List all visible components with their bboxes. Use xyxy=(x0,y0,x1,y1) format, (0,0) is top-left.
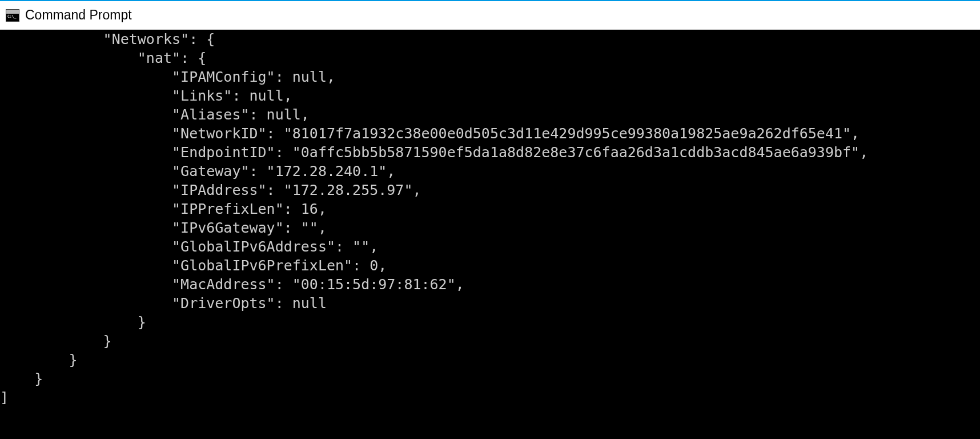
terminal-line: "IPAMConfig": null, xyxy=(0,69,335,85)
terminal-line: "Links": null, xyxy=(0,87,292,104)
terminal-output[interactable]: "Networks": { "nat": { "IPAMConfig": nul… xyxy=(0,30,980,439)
window-title: Command Prompt xyxy=(25,7,132,23)
terminal-line: "DriverOpts": null xyxy=(0,295,327,312)
terminal-line: "Networks": { xyxy=(0,31,215,47)
terminal-line: } xyxy=(0,352,77,368)
terminal-line: "GlobalIPv6Address": "", xyxy=(0,238,378,255)
terminal-line: "EndpointID": "0affc5bb5b5871590ef5da1a8… xyxy=(0,144,868,161)
window-titlebar[interactable]: Command Prompt xyxy=(0,1,980,30)
terminal-line: } xyxy=(0,314,146,330)
terminal-line: } xyxy=(0,370,43,387)
terminal-line: "GlobalIPv6PrefixLen": 0, xyxy=(0,257,387,274)
terminal-line: } xyxy=(0,333,112,349)
terminal-line: "IPPrefixLen": 16, xyxy=(0,201,327,217)
terminal-line: "IPAddress": "172.28.255.97", xyxy=(0,182,421,198)
terminal-line: "Aliases": null, xyxy=(0,106,310,123)
terminal-line: "NetworkID": "81017f7a1932c38e00e0d505c3… xyxy=(0,125,859,142)
terminal-line: "IPv6Gateway": "", xyxy=(0,220,327,236)
terminal-line: ] xyxy=(0,389,9,406)
cmd-icon xyxy=(6,9,19,22)
terminal-line: "nat": { xyxy=(0,50,206,66)
terminal-line: "MacAddress": "00:15:5d:97:81:62", xyxy=(0,276,464,293)
terminal-line: "Gateway": "172.28.240.1", xyxy=(0,163,395,179)
